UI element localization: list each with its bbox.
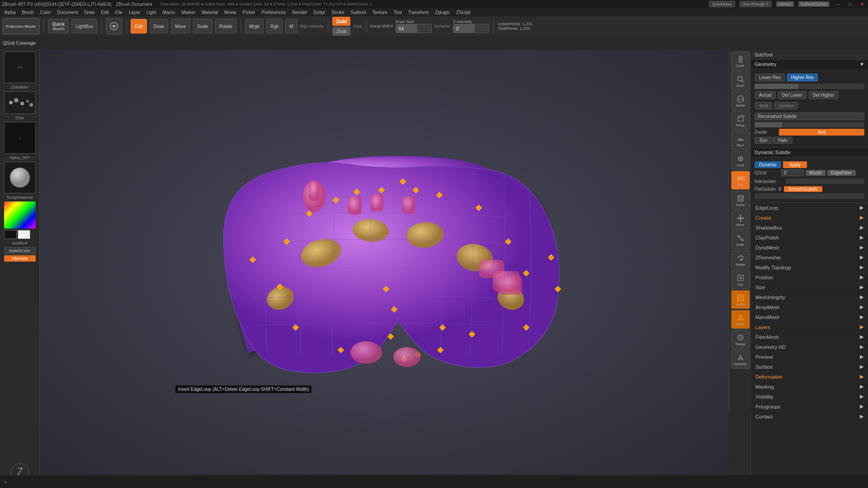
zadd-button[interactable]: Zadd (332, 17, 350, 26)
lightbox-button[interactable]: LightBox (71, 19, 97, 33)
quick-sketch-button[interactable]: Quick Sketch (48, 19, 69, 33)
quicksave-btn[interactable]: QuickSave (709, 1, 735, 7)
move-button[interactable]: Move (171, 19, 190, 33)
interpolate-slider[interactable] (786, 178, 864, 184)
menu-zscript[interactable]: ZScript (454, 9, 473, 15)
zremesher-item[interactable]: ZRemesher▶ (751, 253, 868, 263)
menu-transform[interactable]: Transform (406, 9, 431, 15)
canvas-area[interactable]: Insert EdgeLoop (ALT=Delete EdgeLoop SHI… (40, 50, 729, 474)
edit-button[interactable]: Edit (131, 19, 147, 33)
visibility-item[interactable]: Visibility▶ (751, 392, 868, 402)
lower-res-btn[interactable]: Lower Res (755, 74, 785, 81)
canvas-background[interactable]: Insert EdgeLoop (ALT=Delete EdgeLoop SHI… (40, 50, 729, 474)
position-item[interactable]: Position▶ (751, 272, 868, 282)
local-icon-btn[interactable]: Local (731, 151, 750, 170)
floor-icon-btn[interactable]: Floor (731, 131, 750, 150)
window-maximize[interactable]: □ (846, 2, 854, 7)
edgeloop-item[interactable]: EdgeLoop▶ (751, 203, 868, 213)
menu-picker[interactable]: Picker (241, 9, 258, 15)
see-through-btn[interactable]: See-through 0 (740, 1, 772, 7)
menu-marker[interactable]: Marker (179, 9, 198, 15)
material-preview[interactable] (4, 162, 36, 193)
zoom-icon-btn[interactable]: Zoom (731, 71, 750, 90)
menu-document[interactable]: Document (55, 9, 80, 15)
menu-zplugin[interactable]: Zplugin (433, 9, 452, 15)
aahat-icon-btn[interactable]: AAHat (731, 91, 750, 110)
m-button[interactable]: M (285, 19, 297, 33)
geometry-hd-item[interactable]: Geometry HD▶ (751, 342, 868, 352)
dynmod-btn[interactable]: DynMod (774, 102, 798, 109)
preview-item[interactable]: Preview▶ (751, 352, 868, 362)
deformation-item[interactable]: Deformation▶ (751, 372, 868, 382)
switchcolor-button[interactable]: SwitchColor (4, 247, 36, 254)
arraymesh-item[interactable]: ArrayMesh▶ (751, 302, 868, 312)
smoothsubdiv-slider[interactable] (755, 193, 864, 199)
masking-item[interactable]: Masking▶ (751, 382, 868, 392)
mrgb-button[interactable]: Mrgb (245, 19, 264, 33)
layers-item[interactable]: Layers▶ (751, 322, 868, 332)
qgrid-edgefiber-btn[interactable]: EdgeFiber (827, 170, 855, 176)
higher-res-btn[interactable]: Higher Res (787, 74, 818, 81)
del-higher-btn[interactable]: Del Higher (809, 91, 838, 99)
menu-alpha[interactable]: Alpha (2, 9, 18, 15)
zmodeler-thumbnail[interactable]: ZM (4, 52, 36, 83)
black-swatch[interactable] (4, 230, 17, 239)
crease-item[interactable]: Crease▶ (751, 213, 868, 223)
draw-button[interactable]: Draw (150, 19, 168, 33)
dynamic-icon-btn[interactable]: Dynamic (731, 350, 750, 369)
reconstruct-subdiv-btn[interactable]: Reconstruct Subdiv (755, 113, 864, 120)
polyf-icon-btn[interactable]: PolyF (731, 310, 750, 329)
transp-icon-btn[interactable]: Transp (731, 330, 750, 349)
z-intensity-slider[interactable]: 0 (453, 24, 489, 33)
menu-preferences[interactable]: Preferences (259, 9, 288, 15)
menu-texture[interactable]: Texture (370, 9, 390, 15)
contact-item[interactable]: Contact▶ (751, 412, 868, 422)
menu-edit[interactable]: Edit (99, 9, 111, 15)
menu-brush[interactable]: Brush (20, 9, 36, 15)
qgrid-morph-btn[interactable]: Morph (806, 170, 826, 176)
geometry-header[interactable]: Geometry ▼ (751, 60, 868, 69)
menu-tool[interactable]: Tool (392, 9, 404, 15)
menu-layer[interactable]: Layer (127, 9, 142, 15)
move-icon-btn[interactable]: Move (731, 211, 750, 230)
dynamic-subdiv-btn[interactable]: Dynamic (755, 161, 781, 168)
draw-size-slider[interactable]: 64 (396, 24, 432, 33)
rotate-icon-btn[interactable]: Rotate (731, 250, 750, 269)
menu-macro[interactable]: Macro (160, 9, 178, 15)
dynamesh-item[interactable]: DynaMesh▶ (751, 243, 868, 253)
menu-movie[interactable]: Movie (222, 9, 239, 15)
scale-icon-btn[interactable]: Scale (731, 230, 750, 249)
projection-master-button[interactable]: Projection Master (3, 18, 39, 34)
nanomesh-item[interactable]: NanoMesh▶ (751, 312, 868, 322)
fibermesh-item[interactable]: FiberMesh▶ (751, 332, 868, 342)
window-close[interactable]: ✕ (858, 2, 866, 7)
linefill-icon-btn[interactable]: LinFill (731, 290, 750, 309)
menus-btn[interactable]: Menus (776, 1, 794, 7)
snp-icon-btn[interactable]: Snp (731, 270, 750, 289)
smoothsubdiv-btn[interactable]: SmoothSubdiv (784, 186, 822, 192)
halo-btn[interactable]: Halo (773, 137, 793, 144)
rotate-button[interactable]: Rotate (215, 19, 236, 33)
menu-stroke[interactable]: Stroke (329, 9, 347, 15)
subdiv-value-slider[interactable] (755, 122, 864, 127)
zsub-button[interactable]: Zsub (332, 27, 350, 36)
menu-light[interactable]: Light (144, 9, 159, 15)
alpha-thumbnail[interactable]: α (4, 122, 36, 154)
alternate-button[interactable]: Alternate (4, 255, 36, 262)
dynamic-subdiv-header[interactable]: Dynamic Subdiv (751, 148, 868, 157)
weld-btn[interactable]: Weld (755, 102, 772, 109)
menu-subtool[interactable]: Subtool (349, 9, 368, 15)
qgrid-value-input[interactable] (781, 169, 804, 176)
suv-btn[interactable]: Suv (755, 137, 772, 144)
polygroups-item[interactable]: Polygroups▶ (751, 402, 868, 412)
modify-topology-item[interactable]: Modify Topology▶ (751, 263, 868, 272)
menu-file[interactable]: File (113, 9, 125, 15)
scale-button[interactable]: Scale (193, 19, 212, 33)
window-minimize[interactable]: ─ (834, 2, 842, 7)
rgb-button[interactable]: Rgb (266, 19, 283, 33)
menu-draw[interactable]: Draw (82, 9, 97, 15)
color-gradient[interactable] (4, 202, 36, 229)
white-swatch[interactable] (18, 230, 30, 239)
shadowbox-item[interactable]: ShadowBox▶ (751, 223, 868, 233)
default-zscript-btn[interactable]: DefaultZScript (798, 1, 830, 7)
